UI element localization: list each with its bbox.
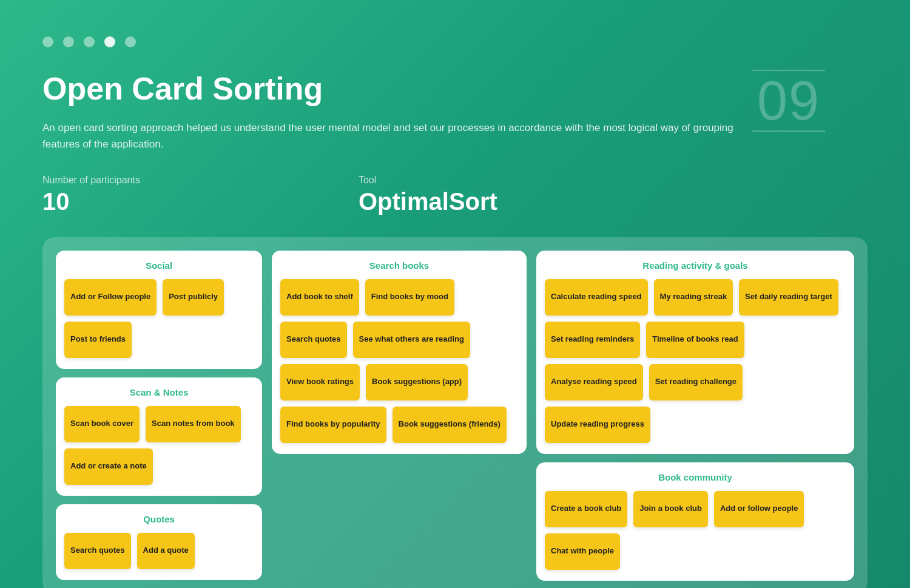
tool-value: OptimalSort: [359, 188, 497, 215]
card-book-suggestions-app[interactable]: Book suggestions (app): [366, 364, 468, 400]
group-social: Social Add or Follow people Post publicl…: [56, 251, 262, 369]
participants-label: Number of participants: [42, 175, 140, 186]
card-chat-with-people[interactable]: Chat with people: [545, 533, 620, 570]
page-description: An open card sorting approach helped us …: [42, 120, 770, 152]
card-search-quotes[interactable]: Search quotes: [64, 533, 131, 569]
card-post-to-friends[interactable]: Post to friends: [64, 322, 132, 358]
reading-activity-cards: Calculate reading speed My reading strea…: [545, 279, 846, 443]
card-book-suggestions-friends[interactable]: Book suggestions (friends): [393, 407, 507, 443]
card-post-publicly[interactable]: Post publicly: [163, 279, 224, 316]
card-analyse-reading-speed[interactable]: Analyse reading speed: [545, 364, 643, 400]
group-search-books: Search books Add book to shelf Find book…: [272, 251, 527, 454]
card-timeline-of-books-read[interactable]: Timeline of books read: [646, 322, 744, 358]
card-sorting-container: Social Add or Follow people Post publicl…: [42, 237, 868, 588]
page-title: Open Card Sorting: [42, 72, 868, 106]
tool-stat: Tool OptimalSort: [359, 175, 497, 215]
group-book-community: Book community Create a book club Join a…: [536, 462, 854, 581]
card-scan-book-cover[interactable]: Scan book cover: [64, 406, 140, 442]
group-quotes: Quotes Search quotes Add a quote: [56, 504, 262, 580]
group-social-title: Social: [64, 260, 254, 271]
column-center: Search books Add book to shelf Find book…: [272, 251, 527, 581]
column-left: Social Add or Follow people Post publicl…: [56, 251, 262, 581]
column-right: Reading activity & goals Calculate readi…: [536, 251, 854, 581]
group-reading-activity: Reading activity & goals Calculate readi…: [536, 251, 854, 454]
pagination-dots: [42, 36, 868, 47]
card-calculate-reading-speed[interactable]: Calculate reading speed: [545, 279, 648, 316]
group-book-community-title: Book community: [545, 472, 846, 482]
participants-stat: Number of participants 10: [42, 175, 140, 215]
card-add-follow-people-community[interactable]: Add or follow people: [714, 491, 804, 527]
card-add-create-note[interactable]: Add or create a note: [64, 448, 153, 485]
card-update-reading-progress[interactable]: Update reading progress: [545, 407, 650, 443]
card-find-books-by-popularity[interactable]: Find books by popularity: [280, 407, 386, 443]
card-see-what-others-reading[interactable]: See what others are reading: [353, 322, 470, 358]
stats-row: Number of participants 10 Tool OptimalSo…: [42, 175, 868, 215]
card-add-a-quote[interactable]: Add a quote: [137, 533, 195, 569]
dot-5[interactable]: [125, 36, 136, 47]
search-books-cards: Add book to shelf Find books by mood Sea…: [280, 279, 518, 443]
card-set-daily-reading-target[interactable]: Set daily reading target: [739, 279, 838, 316]
dot-3[interactable]: [84, 36, 95, 47]
card-my-reading-streak[interactable]: My reading streak: [654, 279, 733, 316]
dot-4[interactable]: [104, 36, 115, 47]
participants-value: 10: [42, 188, 140, 215]
card-create-book-club[interactable]: Create a book club: [545, 491, 627, 527]
group-scan-notes: Scan & Notes Scan book cover Scan notes …: [56, 377, 262, 496]
group-scan-notes-title: Scan & Notes: [64, 387, 254, 397]
dot-1[interactable]: [42, 36, 53, 47]
card-scan-notes-from-book[interactable]: Scan notes from book: [146, 406, 241, 442]
card-search-quotes-2[interactable]: Search quotes: [280, 322, 347, 358]
card-set-reading-challenge[interactable]: Set reading challenge: [649, 364, 743, 400]
group-quotes-title: Quotes: [64, 514, 254, 524]
group-reading-activity-title: Reading activity & goals: [545, 260, 846, 271]
group-search-books-title: Search books: [280, 260, 518, 271]
tool-label: Tool: [359, 175, 497, 186]
social-cards: Add or Follow people Post publicly Post …: [64, 279, 254, 358]
card-add-book-to-shelf[interactable]: Add book to shelf: [280, 279, 359, 316]
book-community-cards: Create a book club Join a book club Add …: [545, 491, 846, 570]
card-find-books-by-mood[interactable]: Find books by mood: [365, 279, 454, 316]
dot-2[interactable]: [63, 36, 74, 47]
card-join-book-club[interactable]: Join a book club: [633, 491, 708, 527]
card-view-book-ratings[interactable]: View book ratings: [280, 364, 360, 400]
card-set-reading-reminders[interactable]: Set reading reminders: [545, 322, 640, 358]
scan-notes-cards: Scan book cover Scan notes from book Add…: [64, 406, 254, 485]
card-add-follow-people[interactable]: Add or Follow people: [64, 279, 157, 316]
quotes-cards: Search quotes Add a quote: [64, 533, 254, 569]
page-number: 09: [752, 70, 825, 132]
